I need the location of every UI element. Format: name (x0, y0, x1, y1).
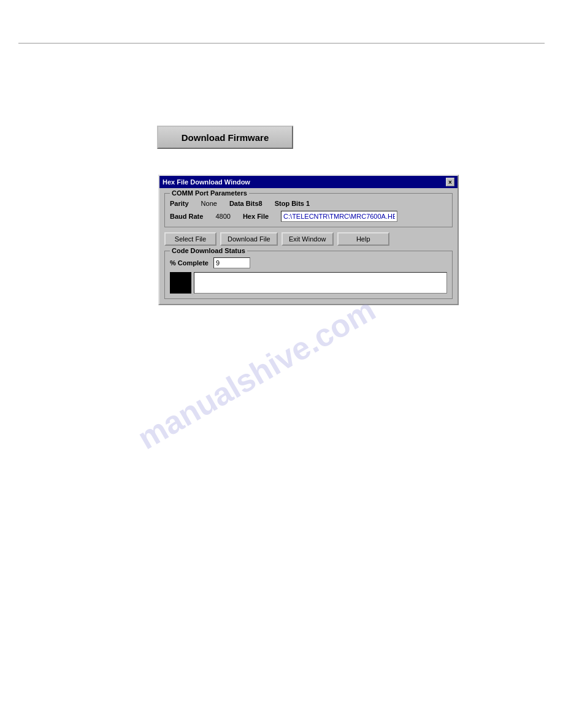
help-button[interactable]: Help (337, 232, 389, 246)
action-buttons-row: Select File Download File Exit Window He… (164, 232, 453, 246)
stop-bits-label: Stop Bits 1 (275, 200, 310, 207)
status-group-title: Code Download Status (170, 247, 247, 254)
dialog-titlebar: Hex File Download Window × (159, 176, 458, 188)
comm-port-parameters-group: COMM Port Parameters Parity None Data Bi… (164, 193, 453, 227)
parity-label: Parity (170, 200, 189, 207)
progress-bar-container (170, 272, 447, 294)
baud-rate-label: Baud Rate (170, 213, 203, 220)
hex-file-download-dialog: Hex File Download Window × COMM Port Par… (158, 175, 459, 305)
exit-window-button[interactable]: Exit Window (282, 232, 334, 246)
parity-value: None (201, 200, 217, 207)
download-file-button[interactable]: Download File (220, 232, 278, 246)
comm-port-group-title: COMM Port Parameters (170, 189, 249, 197)
progress-bar-track (194, 272, 447, 294)
watermark: manualshive.com (131, 291, 381, 457)
data-bits-label: Data Bits8 (229, 200, 262, 207)
percent-complete-row: % Complete (170, 257, 447, 268)
dialog-title: Hex File Download Window (163, 178, 250, 186)
comm-params-row1: Parity None Data Bits8 Stop Bits 1 (170, 200, 447, 207)
percent-complete-input[interactable] (213, 257, 250, 268)
download-firmware-button[interactable]: Download Firmware (157, 126, 293, 149)
percent-complete-label: % Complete (170, 259, 209, 267)
top-divider (18, 43, 545, 44)
hex-file-label: Hex File (243, 213, 269, 220)
code-download-status-group: Code Download Status % Complete (164, 251, 453, 299)
select-file-button[interactable]: Select File (164, 232, 216, 246)
progress-indicator-block (170, 272, 191, 294)
comm-params-row2: Baud Rate 4800 Hex File (170, 211, 447, 222)
hex-file-input[interactable] (281, 211, 397, 222)
baud-rate-value: 4800 (215, 213, 230, 220)
dialog-close-button[interactable]: × (446, 178, 454, 186)
dialog-content: COMM Port Parameters Parity None Data Bi… (159, 188, 458, 304)
